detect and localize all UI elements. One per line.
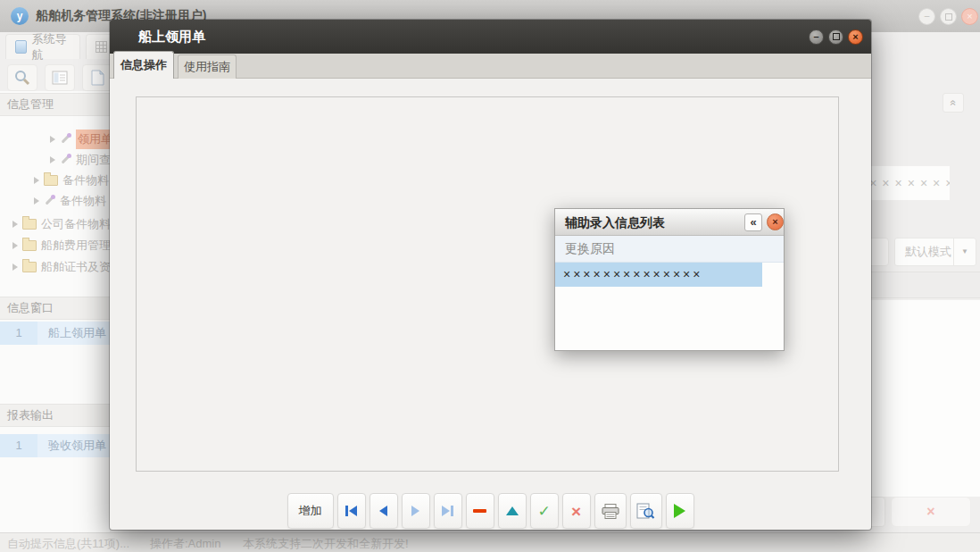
- dialog-titlebar[interactable]: [110, 20, 871, 54]
- last-record-icon: [442, 506, 450, 516]
- first-record-button[interactable]: [337, 493, 366, 529]
- dialog-maximize-icon[interactable]: [828, 29, 843, 45]
- tree-item-beijianwuliao-1[interactable]: 备件物料: [0, 170, 110, 190]
- prev-record-button[interactable]: [370, 493, 398, 529]
- cancel-x-icon: ×: [571, 503, 581, 520]
- dialog-toolbar: 增加 ✓ ×: [110, 493, 871, 529]
- tree-item-beijianwuliao-2[interactable]: 备件物料: [0, 190, 110, 211]
- run-play-icon: [674, 504, 685, 518]
- double-chevron-left-icon: «: [750, 215, 756, 229]
- edit-button[interactable]: [498, 493, 527, 529]
- expand-arrow-icon[interactable]: [12, 242, 18, 249]
- mode-select-value: 默认模式: [895, 238, 953, 265]
- confirm-check-icon: ✓: [537, 504, 550, 519]
- expand-arrow-icon[interactable]: [50, 136, 55, 143]
- print-button[interactable]: [594, 493, 627, 529]
- popup-helper-list: 辅助录入信息列表 « × 更换原因 ××××××××××××××: [554, 208, 785, 351]
- folder-icon: [22, 219, 37, 230]
- popup-selected-row[interactable]: ××××××××××××××: [555, 263, 762, 287]
- dialog-title: 船上领用单: [138, 29, 205, 46]
- tree-item-gongsibeijian[interactable]: 公司备件物料: [0, 213, 110, 234]
- expand-arrow-icon[interactable]: [50, 156, 55, 163]
- chevron-collapse-icon: «: [944, 100, 962, 106]
- document-icon: [91, 70, 104, 86]
- popup-close-icon[interactable]: ×: [767, 213, 784, 230]
- print-preview-button[interactable]: [630, 493, 662, 529]
- list-item-info-window[interactable]: 1 船上领用单: [0, 322, 110, 345]
- panel-header-report-output[interactable]: 报表输出: [0, 404, 110, 427]
- tab-usage-guide[interactable]: 使用指南: [178, 54, 237, 79]
- expand-arrow-icon[interactable]: [12, 221, 18, 228]
- expand-arrow-icon[interactable]: [34, 197, 39, 205]
- dialog-minimize-icon[interactable]: –: [809, 29, 824, 45]
- expand-arrow-icon[interactable]: [34, 177, 39, 184]
- edit-up-icon: [506, 506, 519, 515]
- tool-icon: [60, 133, 71, 145]
- list-item-report-output[interactable]: 1 验收领用单: [0, 434, 110, 457]
- dialog-close-icon[interactable]: ×: [848, 29, 863, 45]
- form-button[interactable]: [45, 64, 75, 91]
- folder-icon: [22, 262, 37, 272]
- folder-icon: [44, 175, 58, 186]
- status-bar: 自动提示信息(共11项)... 操作者:Admin 本系统支持二次开发和全新开发…: [0, 532, 980, 552]
- tree-item-qijiancha[interactable]: 期间查: [0, 149, 110, 170]
- add-button[interactable]: 增加: [287, 493, 334, 529]
- status-auto-info: 自动提示信息(共11项)...: [7, 536, 129, 552]
- tree-item-lingyongdan[interactable]: 领用单: [0, 129, 110, 149]
- panel-header-info-window[interactable]: 信息窗口: [0, 297, 110, 320]
- panel-header-info-mgmt[interactable]: 信息管理: [0, 93, 110, 116]
- search-button[interactable]: [7, 64, 37, 91]
- print-preview-icon: [636, 503, 655, 519]
- popup-title: 辅助录入信息列表: [565, 215, 665, 231]
- chevron-down-icon[interactable]: ▼: [953, 238, 976, 265]
- tree-item-chuanbozhengshu[interactable]: 船舶证书及资: [0, 256, 110, 277]
- first-record-icon: [345, 506, 348, 516]
- cancel-button[interactable]: ×: [562, 493, 591, 529]
- maximize-icon[interactable]: [940, 8, 957, 25]
- background-strip: [868, 272, 980, 298]
- next-record-icon: [411, 506, 419, 516]
- run-button[interactable]: [666, 493, 694, 529]
- close-icon[interactable]: ×: [961, 8, 978, 25]
- background-cancel-button[interactable]: ×: [891, 497, 971, 527]
- last-record-button[interactable]: [434, 493, 462, 529]
- delete-icon: [473, 509, 486, 513]
- popup-column-header[interactable]: 更换原因: [555, 236, 784, 263]
- dialog-tabstrip: 信息操作 使用指南: [110, 54, 871, 79]
- tool-icon: [44, 195, 55, 206]
- confirm-button[interactable]: ✓: [530, 493, 559, 529]
- collapse-panel-button[interactable]: «: [943, 93, 964, 113]
- tab-info-operations[interactable]: 信息操作: [113, 51, 174, 79]
- app-logo-icon: y: [11, 7, 29, 25]
- prev-record-icon: [379, 506, 387, 516]
- screen: y 船舶机务管理系统(非注册用户) – × 系统导航 信息管理 领用单 期间查 …: [0, 0, 980, 552]
- popup-collapse-button[interactable]: «: [744, 213, 762, 231]
- tool-icon: [60, 154, 71, 165]
- tree-item-chuanbofeiyong[interactable]: 船舶费用管理: [0, 235, 110, 255]
- form-icon: [52, 71, 68, 85]
- mode-select[interactable]: 默认模式 ▼: [894, 238, 976, 266]
- print-icon: [602, 504, 619, 519]
- delete-button[interactable]: [466, 493, 494, 529]
- next-record-button[interactable]: [402, 493, 430, 529]
- minimize-icon[interactable]: –: [918, 8, 935, 25]
- grid-icon: [96, 41, 107, 53]
- nav-square-icon: [15, 40, 27, 54]
- status-support: 本系统支持二次开发和全新开发!: [243, 536, 409, 552]
- expand-arrow-icon[interactable]: [12, 263, 18, 271]
- background-panel: [871, 300, 980, 497]
- search-icon: [14, 70, 30, 86]
- document-button[interactable]: [82, 64, 112, 91]
- status-operator: 操作者:Admin: [150, 536, 220, 552]
- tab-system-nav[interactable]: 系统导航: [5, 34, 80, 59]
- folder-icon: [22, 240, 37, 251]
- tab-label: 系统导航: [32, 31, 71, 63]
